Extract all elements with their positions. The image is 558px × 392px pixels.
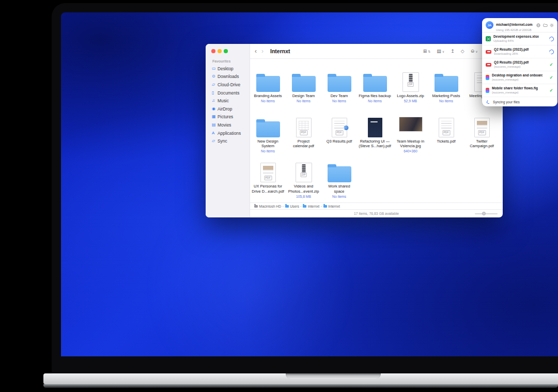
sync-item[interactable]: Development expenses.xlsx Uploading 64% <box>482 33 557 45</box>
file-item[interactable]: Branding Assets No items <box>250 68 286 114</box>
group-by-button[interactable]: ▤ ∨ <box>437 49 444 54</box>
file-icon-area: PDF <box>428 114 464 137</box>
file-name: Tickets.pdf <box>437 139 456 144</box>
file-item[interactable]: PDF Q3 Results.pdf <box>321 114 357 159</box>
file-item[interactable]: ZIP Logo Assets.zip 52,9 MB <box>393 68 428 114</box>
chevron-down-icon: ∨ <box>475 50 477 53</box>
file-grid: Branding Assets No items Design Team No … <box>250 59 503 202</box>
file-kind-icon <box>486 63 491 67</box>
file-item[interactable]: Marketing Posts No items <box>428 68 464 114</box>
path-segment[interactable]: Internxt <box>323 205 340 208</box>
grid-view-icon: ⊞ <box>423 49 427 54</box>
zoom-window-button[interactable] <box>224 49 228 53</box>
slider-knob[interactable] <box>482 212 486 215</box>
sidebar-item[interactable]: ▭ Desktop <box>206 65 250 73</box>
icon-size-slider[interactable] <box>475 213 498 214</box>
sync-item-status: {success_message} <box>494 65 529 68</box>
file-name: Project calendar.pdf <box>287 139 320 149</box>
file-item[interactable]: Dev Team No items <box>321 68 357 114</box>
path-folder-icon <box>285 205 289 208</box>
sidebar-item-icon: ▱ <box>212 139 218 143</box>
sidebar-item-label: Documents <box>218 90 239 96</box>
file-icon-area <box>357 114 393 137</box>
file-type-badge: PDF <box>335 130 343 135</box>
sort-arrows-icon: ⇅ <box>428 50 430 53</box>
window-title: Internxt <box>270 48 290 54</box>
file-meta: No items <box>261 149 275 153</box>
sync-item[interactable]: Mobile share folder flows.fig {success_m… <box>482 84 557 97</box>
file-icon <box>328 76 351 92</box>
path-segment-label: Macintosh HD <box>259 205 282 208</box>
sidebar-item[interactable]: A Applications <box>206 129 250 137</box>
sync-state-icon <box>549 75 554 80</box>
avatar: JA <box>486 21 493 29</box>
globe-icon <box>536 23 540 27</box>
path-segment[interactable]: Users › <box>285 205 302 208</box>
file-icon <box>435 76 458 92</box>
file-icon <box>363 76 387 92</box>
sidebar-item[interactable]: ▤ Movies <box>206 121 250 129</box>
sync-state-icon <box>548 49 555 55</box>
more-actions-button[interactable]: ⊖ ∨ <box>471 49 478 54</box>
file-item[interactable]: Figma files backup No items <box>357 68 393 114</box>
path-segment[interactable]: internxt › <box>303 205 321 208</box>
file-icon <box>399 117 423 132</box>
back-button[interactable]: ‹ <box>255 48 257 54</box>
sync-item[interactable]: Q2 Results (2022).pdf Downloading 26% <box>482 45 557 58</box>
file-item[interactable]: PDF Twitter Campaign.pdf <box>464 114 500 159</box>
sync-item[interactable]: Q3 Results (2022).pdf {success_message} <box>482 58 557 71</box>
file-icon <box>256 76 280 92</box>
sidebar-item-icon: ▤ <box>212 123 218 127</box>
sync-item-status: Downloading 26% <box>494 52 529 55</box>
path-separator: › <box>283 205 284 208</box>
file-item[interactable]: New Design System No items <box>250 114 286 159</box>
view-toggle-button[interactable]: ⊞ ⇅ <box>423 49 431 54</box>
file-meta: No items <box>332 195 346 198</box>
sync-item-status: {success_message} <box>492 91 538 94</box>
file-item[interactable]: ZIP Videos and Photos...event.zip 105,8 … <box>286 159 321 202</box>
file-item[interactable]: Design Team No items <box>286 68 321 114</box>
settings-button[interactable] <box>550 23 554 27</box>
file-item[interactable]: PDF UX Personas for Drive D...earch.pdf <box>250 159 286 202</box>
file-meta: 52,9 MB <box>404 99 417 103</box>
file-icon: ZIP <box>402 72 419 92</box>
tag-button[interactable]: ◇ <box>461 49 464 54</box>
globe-button[interactable] <box>536 23 540 27</box>
file-meta: No items <box>297 99 311 103</box>
file-item[interactable]: Refactoring UI — (Steve S...han).pdf <box>357 114 393 159</box>
sidebar-item[interactable]: ▱ Cloud-Drive <box>206 81 250 89</box>
sidebar-item[interactable]: ▱ Sync <box>206 137 250 145</box>
sync-item-name: Q2 Results (2022).pdf <box>494 48 529 51</box>
sidebar-item[interactable]: ▦ Pictures <box>206 113 250 121</box>
forward-button[interactable]: › <box>261 48 264 54</box>
file-name: Work shared space <box>323 184 356 194</box>
file-icon-area: PDF <box>321 114 357 137</box>
path-segment[interactable]: Macintosh HD › <box>254 205 284 208</box>
share-button[interactable]: ↥ <box>451 49 455 54</box>
sidebar-item[interactable]: ◉ AirDrop <box>206 105 250 113</box>
status-text: 17 items, 76,83 GB available <box>354 212 399 215</box>
open-folder-button[interactable] <box>543 23 548 27</box>
sync-state-icon <box>548 36 555 42</box>
sync-item-name: Development expenses.xlsx <box>493 35 539 38</box>
file-item[interactable]: Team Meetup in Vslencia.jpg 640×360 <box>393 114 428 159</box>
file-kind-icon <box>486 50 491 54</box>
sidebar-item[interactable]: ♫ Music <box>206 97 250 105</box>
sidebar-item[interactable]: ⊙ Downloads <box>206 73 250 81</box>
file-name: Videos and Photos...event.zip <box>287 184 320 194</box>
sync-item[interactable]: Desktop migration and onboardi... {succe… <box>482 71 557 84</box>
sidebar-item-label: Downloads <box>218 74 239 79</box>
file-icon <box>328 166 351 182</box>
file-icon-area <box>250 114 286 137</box>
sidebar-item[interactable]: ▯ Documents <box>206 89 250 97</box>
minimize-window-button[interactable] <box>218 49 222 53</box>
file-item[interactable]: PDF Project calendar.pdf <box>286 114 321 159</box>
file-item[interactable]: PDF Tickets.pdf <box>428 114 464 159</box>
path-folder-icon <box>303 205 306 208</box>
sidebar-item-icon: ⊙ <box>212 74 218 79</box>
file-type-badge: PDF <box>442 130 450 135</box>
close-window-button[interactable] <box>211 49 215 53</box>
sidebar-item-icon: ▱ <box>212 83 218 87</box>
sidebar-item-label: Sync <box>218 138 227 144</box>
file-item[interactable]: Work shared space No items <box>321 159 357 202</box>
